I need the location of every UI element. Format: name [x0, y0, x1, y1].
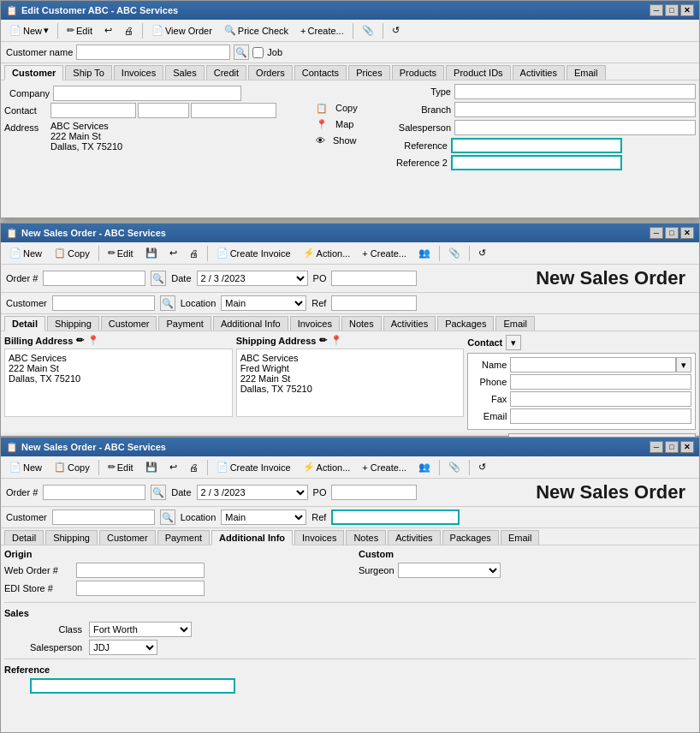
win1-vieworder-btn[interactable]: 📄 View Order	[146, 22, 217, 39]
win1-minimize[interactable]: ─	[650, 4, 663, 16]
contact-phone-input[interactable]	[510, 374, 691, 390]
win2-tab-packages[interactable]: Packages	[437, 316, 494, 331]
tab-sales[interactable]: Sales	[165, 65, 205, 80]
win1-print-btn[interactable]: 🖨	[119, 23, 139, 39]
win3-customer-search[interactable]: 🔍	[160, 510, 175, 525]
tab-orders[interactable]: Orders	[248, 65, 293, 80]
win2-ref-input[interactable]	[331, 295, 417, 311]
customer-name-input[interactable]: ABC	[76, 45, 230, 60]
win2-attach-btn[interactable]: 📎	[443, 245, 466, 261]
customer-search-btn[interactable]: 🔍	[234, 45, 249, 60]
win2-save-btn[interactable]: 💾	[140, 245, 163, 261]
contact-middle-input[interactable]: Lou	[138, 103, 189, 118]
copy-btn[interactable]: Copy	[331, 101, 362, 115]
win2-customer-input[interactable]: ABC	[52, 295, 155, 311]
win3-createinvoice-btn[interactable]: 📄 Create Invoice	[211, 459, 296, 475]
ref1-input[interactable]	[451, 138, 622, 153]
win1-edit-btn[interactable]: ✏ Edit	[62, 22, 98, 39]
win3-attach-btn[interactable]: 📎	[443, 459, 466, 475]
win2-tab-activities[interactable]: Activities	[383, 316, 436, 331]
win3-createmore-btn[interactable]: + Create...	[357, 460, 412, 475]
branch-input[interactable]: Texas Supply, Fort Worth	[454, 102, 696, 117]
win3-order-search[interactable]: 🔍	[151, 485, 166, 500]
contact-last-input[interactable]: Wright	[191, 103, 276, 118]
win3-tab-notes[interactable]: Notes	[346, 530, 386, 545]
win3-refresh-btn[interactable]: ↺	[473, 459, 491, 475]
win2-maximize[interactable]: □	[665, 227, 679, 239]
win2-tab-notes[interactable]: Notes	[341, 316, 382, 331]
win2-tab-customer[interactable]: Customer	[101, 316, 157, 331]
class-select[interactable]: Fort Worth	[89, 622, 192, 637]
win3-ref-input[interactable]	[331, 510, 460, 525]
salesperson-input[interactable]: Judy D Jones	[454, 120, 696, 135]
win1-maximize[interactable]: □	[665, 4, 679, 16]
win2-location-select[interactable]: Main	[221, 295, 306, 311]
win3-people-btn[interactable]: 👥	[413, 459, 436, 475]
win3-location-select[interactable]: Main	[221, 510, 306, 525]
win2-new-btn[interactable]: 📄 New	[4, 245, 47, 261]
win1-attach-btn[interactable]: 📎	[357, 22, 379, 39]
win3-tab-invoices[interactable]: Invoices	[294, 530, 344, 545]
contact-name-dropdown[interactable]: ▾	[676, 357, 691, 372]
win2-tab-shipping[interactable]: Shipping	[47, 316, 99, 331]
contact-name-input[interactable]: Fred Wright	[510, 357, 676, 372]
map-btn[interactable]: Map	[331, 117, 358, 131]
win3-tab-detail[interactable]: Detail	[4, 530, 44, 545]
win3-tab-packages[interactable]: Packages	[442, 530, 499, 545]
job-checkbox[interactable]	[252, 47, 264, 58]
tab-email[interactable]: Email	[567, 65, 606, 80]
company-input[interactable]: ABC Services	[53, 86, 241, 101]
win2-tab-detail[interactable]: Detail	[4, 316, 45, 331]
show-btn[interactable]: Show	[329, 134, 361, 147]
win2-print-btn[interactable]: 🖨	[184, 246, 204, 261]
win3-tab-shipping[interactable]: Shipping	[45, 530, 98, 545]
win3-tab-activities[interactable]: Activities	[388, 530, 440, 545]
win3-action-btn[interactable]: ⚡ Action...	[298, 459, 356, 475]
tab-activities[interactable]: Activities	[513, 65, 565, 80]
win2-action-btn[interactable]: ⚡ Action...	[298, 245, 356, 261]
tab-customer[interactable]: Customer	[4, 65, 63, 80]
win3-tab-payment[interactable]: Payment	[157, 530, 210, 545]
win3-print-btn[interactable]: 🖨	[184, 460, 204, 475]
tab-contacts[interactable]: Contacts	[294, 65, 347, 80]
ref2-field-input[interactable]: Ref 2	[30, 678, 235, 694]
win2-tab-invoices[interactable]: Invoices	[290, 316, 340, 331]
win2-tab-email[interactable]: Email	[495, 316, 535, 331]
tab-invoices[interactable]: Invoices	[114, 65, 163, 80]
tab-prices[interactable]: Prices	[348, 65, 390, 80]
win1-refresh-btn[interactable]: ↺	[387, 22, 405, 39]
win3-minimize[interactable]: ─	[650, 441, 663, 453]
contact-dropdown-btn[interactable]: ▾	[506, 335, 521, 350]
win1-new-btn[interactable]: 📄 New ▾	[4, 22, 54, 39]
win2-tab-additionalinfo[interactable]: Additional Info	[213, 316, 288, 331]
win1-pricecheck-btn[interactable]: 🔍 Price Check	[219, 22, 294, 39]
salesperson-select[interactable]: JDJ	[89, 640, 157, 655]
tab-products[interactable]: Products	[392, 65, 444, 80]
contact-fax-input[interactable]	[510, 391, 691, 407]
win2-minimize[interactable]: ─	[650, 227, 663, 239]
win2-undo-btn[interactable]: ↩	[164, 245, 182, 261]
web-order-input[interactable]	[76, 563, 205, 578]
win2-people-btn[interactable]: 👥	[413, 245, 436, 261]
contact-first-input[interactable]: Mary	[50, 103, 136, 118]
win2-createmore-btn[interactable]: + Create...	[357, 246, 412, 261]
win3-copy-btn[interactable]: 📋 Copy	[49, 459, 95, 475]
contact-email-input[interactable]	[510, 408, 691, 424]
win3-tab-customer[interactable]: Customer	[99, 530, 156, 545]
win2-order-search[interactable]: 🔍	[151, 271, 166, 286]
win3-close[interactable]: ✕	[680, 441, 694, 453]
win1-close[interactable]: ✕	[680, 4, 694, 16]
win2-copy-btn[interactable]: 📋 Copy	[49, 245, 95, 261]
win3-date-select[interactable]: 2 / 3 /2023	[197, 485, 308, 500]
win2-date-select[interactable]: 2 / 3 /2023	[197, 271, 308, 286]
edi-store-input[interactable]	[76, 581, 205, 596]
win3-po-input[interactable]	[331, 485, 417, 500]
win2-po-input[interactable]	[331, 271, 417, 286]
win3-edit-btn[interactable]: ✏ Edit	[103, 459, 139, 475]
surgeon-select[interactable]	[398, 563, 501, 578]
tab-credit[interactable]: Credit	[206, 65, 246, 80]
type-input[interactable]: Dealer	[454, 84, 696, 99]
win3-tab-additionalinfo[interactable]: Additional Info	[211, 530, 293, 545]
win1-undo-btn[interactable]: ↩	[99, 22, 117, 39]
win3-tab-email[interactable]: Email	[501, 530, 540, 545]
